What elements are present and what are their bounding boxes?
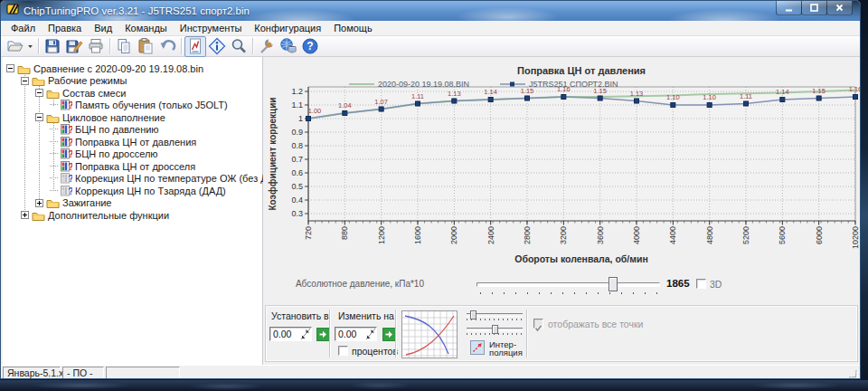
open-icon[interactable] — [4, 36, 25, 57]
tree-item-label[interactable]: Цикловое наполнение — [62, 112, 165, 123]
svg-text:5200: 5200 — [741, 226, 750, 244]
tree-item-label[interactable]: Зажигание — [62, 197, 112, 208]
toolbar: ? — [1, 36, 860, 57]
tree-item-5[interactable]: ?БЦН по давлению — [50, 124, 262, 137]
tree-item-label[interactable]: Рабочие режимы — [48, 75, 127, 86]
tree-item-12[interactable]: Дополнительные функции — [21, 209, 262, 222]
help-icon[interactable]: ? — [299, 36, 321, 57]
toolbar-separator — [252, 38, 253, 54]
tree-item-3[interactable]: ?Память обучения (только J5OLT) — [50, 100, 262, 112]
tree-item-10[interactable]: ?Коррекция ЦН по Тзаряда (ДАД) — [50, 185, 262, 197]
menu-6[interactable]: Помощь — [327, 22, 379, 34]
copy-icon[interactable] — [113, 36, 135, 57]
svg-text:?: ? — [68, 174, 72, 184]
tree-item-label[interactable]: Сравнение с 2020-09-20 19.19.08.bin — [33, 63, 203, 74]
apply-change-button[interactable] — [382, 328, 396, 341]
svg-text:Поправка ЦН от давления: Поправка ЦН от давления — [517, 65, 646, 76]
tree-item-8[interactable]: ?Поправка ЦН от дросселя — [50, 160, 262, 173]
interp-slider-1-track[interactable] — [467, 313, 523, 316]
menu-3[interactable]: Команды — [118, 22, 174, 34]
svg-text:?: ? — [68, 162, 72, 172]
spin-control-icon[interactable] — [300, 328, 311, 340]
open-dropdown-icon[interactable] — [25, 36, 35, 57]
svg-text:1.16: 1.16 — [849, 85, 860, 93]
svg-text:0.7: 0.7 — [291, 155, 303, 164]
svg-text:1: 1 — [298, 114, 303, 123]
interp-slider-2-track[interactable] — [467, 328, 523, 330]
tree-item-label[interactable]: Память обучения (только J5OLT) — [75, 100, 228, 110]
view-3d-checkbox[interactable] — [696, 279, 706, 289]
change-by-input[interactable]: 0.00 — [335, 327, 377, 341]
zoom-icon[interactable] — [228, 36, 250, 57]
apply-set-button[interactable] — [316, 328, 330, 341]
minimize-button[interactable] — [776, 1, 802, 15]
svg-text:2020-09-20 19.19.08.BIN: 2020-09-20 19.19.08.BIN — [378, 80, 469, 89]
svg-text:?: ? — [68, 186, 72, 196]
svg-text:10200: 10200 — [851, 226, 860, 249]
tree-item-label[interactable]: БЦН по давлению — [75, 124, 159, 135]
menu-5[interactable]: Конфигурация — [248, 22, 327, 34]
interpolation-button[interactable] — [470, 340, 485, 358]
pressure-label: Абсолютное давление, кПа*10 — [263, 279, 424, 289]
tree-item-label[interactable]: Дополнительные функции — [48, 210, 169, 221]
info-icon[interactable] — [206, 36, 228, 57]
svg-text:1200: 1200 — [377, 226, 386, 244]
tree-item-label[interactable]: Поправка ЦН от дросселя — [75, 161, 195, 172]
svg-text:1.13: 1.13 — [630, 90, 644, 98]
tree-item-label[interactable]: Коррекция ЦН по Тзаряда (ДАД) — [75, 186, 226, 196]
tools-icon[interactable] — [256, 36, 278, 57]
status-empty — [106, 367, 180, 379]
svg-text:4000: 4000 — [632, 226, 641, 244]
svg-text:Коэффициент коррекции: Коэффициент коррекции — [268, 97, 278, 210]
menu-1[interactable]: Правка — [42, 22, 88, 34]
online-icon[interactable] — [278, 36, 299, 57]
pressure-slider-thumb[interactable] — [609, 277, 618, 291]
menu-0[interactable]: Файл — [5, 22, 42, 34]
tree-item-1[interactable]: Рабочие режимы — [21, 75, 262, 88]
menu-2[interactable]: Вид — [88, 22, 118, 34]
set-to-input[interactable]: 0.00 — [269, 327, 312, 341]
spin-control-icon[interactable] — [365, 328, 376, 340]
svg-text:1.10: 1.10 — [703, 93, 716, 101]
paste-icon[interactable] — [135, 36, 156, 57]
tree-item-9[interactable]: ?Коррекция ЦН по температуре ОЖ (без ДМР… — [50, 173, 262, 186]
pressure-slider-track[interactable] — [476, 282, 660, 287]
tree-item-2[interactable]: Состав смеси — [35, 87, 262, 100]
set-to-label: Установить в — [271, 310, 329, 321]
svg-text:1600: 1600 — [413, 226, 422, 244]
tree-item-label[interactable]: Поправка ЦН от давления — [75, 137, 196, 148]
svg-text:1.14: 1.14 — [484, 88, 497, 96]
resize-grip[interactable] — [846, 367, 858, 379]
tree-item-4[interactable]: Цикловое наполнение — [35, 111, 262, 124]
tree-item-11[interactable]: Зажигание — [35, 197, 262, 210]
tree-item-label[interactable]: БЦН по дросселю — [75, 148, 158, 159]
change-by-label: Изменить на — [338, 310, 394, 321]
save-as-icon[interactable] — [63, 36, 85, 57]
print-icon[interactable] — [85, 36, 107, 57]
maximize-button[interactable] — [801, 1, 827, 15]
tree-item-label[interactable]: Коррекция ЦН по температуре ОЖ (без ДМРВ… — [75, 173, 292, 184]
svg-text:?: ? — [68, 100, 72, 110]
status-bar: Январь-5.1.x - ПО - — [1, 365, 860, 379]
close-button[interactable] — [826, 1, 853, 15]
menu-4[interactable]: Инструменты — [174, 22, 249, 34]
show-all-points-checkbox[interactable] — [533, 319, 543, 329]
percent-checkbox[interactable] — [338, 346, 348, 356]
app-window: ChipTuningPRO ver.3.21 - J5TRS251 спорт2… — [0, 0, 861, 379]
tree-item-7[interactable]: ?БЦН по дросселю — [50, 148, 262, 161]
tree-item-6[interactable]: ?Поправка ЦН от давления — [50, 136, 262, 148]
taskbar[interactable] — [0, 380, 868, 391]
svg-text:2800: 2800 — [523, 226, 532, 244]
svg-text:?: ? — [68, 149, 72, 159]
undo-icon[interactable] — [156, 36, 178, 57]
desktop: ChipTuningPRO ver.3.21 - J5TRS251 спорт2… — [0, 0, 868, 391]
tree-item-label[interactable]: Состав смеси — [62, 88, 126, 99]
save-icon[interactable] — [42, 36, 63, 57]
svg-text:6000: 6000 — [815, 226, 824, 244]
view-chart-icon[interactable] — [184, 36, 206, 57]
title-bar[interactable]: ChipTuningPRO ver.3.21 - J5TRS251 спорт2… — [1, 1, 860, 21]
svg-text:0.8: 0.8 — [291, 141, 303, 150]
pressure-correction-chart[interactable]: 0.30.40.50.60.70.80.911.11.2720880120016… — [263, 57, 860, 274]
navigation-tree: Сравнение с 2020-09-20 19.19.08.binРабоч… — [3, 57, 263, 365]
tree-item-0[interactable]: Сравнение с 2020-09-20 19.19.08.bin — [6, 62, 262, 75]
